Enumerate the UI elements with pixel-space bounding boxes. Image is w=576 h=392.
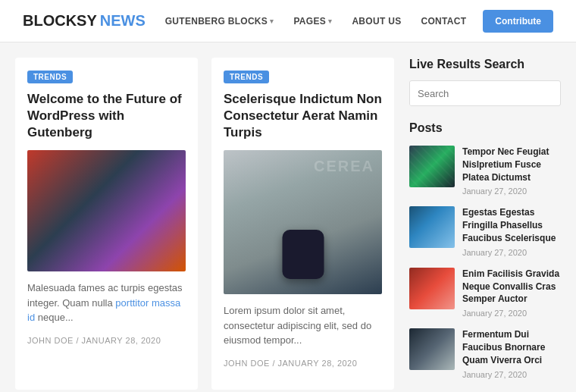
chevron-down-icon: ▾: [270, 17, 274, 25]
card-title-1: Welcome to the Future of WordPress with …: [27, 91, 186, 141]
posts-section: Posts Tempor Nec Feugiat Nislpretium Fus…: [409, 121, 561, 379]
logo-text-black: BLOCKSY: [23, 12, 97, 30]
post-info-2: Egestas Egestas Fringilla Phasellus Fauc…: [462, 206, 561, 256]
post-thumbnail-2: [409, 206, 455, 248]
excerpt-link-1[interactable]: porttitor massa id: [27, 297, 180, 324]
post-title-4: Fermentum Dui Faucibus Bnornare Quam Viv…: [462, 328, 561, 366]
card-excerpt-1: Malesuada fames ac turpis egestas intege…: [27, 281, 186, 325]
contribute-button[interactable]: Contribute: [483, 10, 553, 33]
post-item-3: Enim Facilisis Gravida Neque Convallis C…: [409, 268, 561, 318]
main-content: TRENDS Welcome to the Future of WordPres…: [0, 42, 576, 392]
chevron-down-icon: ▾: [328, 17, 332, 25]
header: BLOCKSY NEWS GUTENBERG BLOCKS ▾ PAGES ▾ …: [0, 0, 576, 42]
main-nav: GUTENBERG BLOCKS ▾ PAGES ▾ ABOUT US CONT…: [158, 10, 553, 33]
card-title-2: Scelerisque Indictum Non Consectetur Aer…: [224, 91, 382, 141]
search-box: 🔍: [409, 80, 561, 106]
card-excerpt-2: Lorem ipsum dolor sit amet, consectetur …: [224, 303, 382, 348]
search-icon: 🔍: [560, 87, 561, 99]
post-item-4: Fermentum Dui Faucibus Bnornare Quam Viv…: [409, 328, 561, 378]
post-date-1: January 27, 2020: [462, 187, 561, 196]
post-title-1: Tempor Nec Feugiat Nislpretium Fusce Pla…: [462, 146, 561, 183]
tag-badge-2: TRENDS: [224, 71, 269, 83]
card-meta-2: JOHN DOE / JANUARY 28, 2020: [224, 359, 382, 368]
post-thumbnail-1: [409, 146, 455, 187]
post-info-1: Tempor Nec Feugiat Nislpretium Fusce Pla…: [462, 146, 561, 196]
post-date-3: January 27, 2020: [462, 309, 561, 318]
nav-contact[interactable]: CONTACT: [413, 11, 474, 31]
post-title-2: Egestas Egestas Fringilla Phasellus Fauc…: [462, 206, 561, 244]
tag-badge-1: TRENDS: [27, 71, 73, 83]
posts-title: Posts: [409, 121, 561, 135]
logo-text-blue: NEWS: [100, 12, 146, 30]
nav-gutenberg-blocks[interactable]: GUTENBERG BLOCKS ▾: [158, 11, 282, 31]
articles-area: TRENDS Welcome to the Future of WordPres…: [15, 58, 394, 390]
article-card-2: TRENDS Scelerisque Indictum Non Consecte…: [211, 58, 394, 390]
nav-pages[interactable]: PAGES ▾: [286, 11, 340, 31]
post-item-2: Egestas Egestas Fringilla Phasellus Fauc…: [409, 206, 561, 256]
search-button[interactable]: 🔍: [553, 81, 561, 105]
search-input[interactable]: [410, 82, 553, 105]
post-date-4: January 27, 2020: [462, 370, 561, 379]
post-info-3: Enim Facilisis Gravida Neque Convallis C…: [462, 268, 561, 318]
card-image-1: [27, 150, 186, 271]
logo[interactable]: BLOCKSY NEWS: [23, 12, 146, 30]
post-title-3: Enim Facilisis Gravida Neque Convallis C…: [462, 268, 561, 306]
card-image-2: [224, 150, 382, 294]
post-item-1: Tempor Nec Feugiat Nislpretium Fusce Pla…: [409, 146, 561, 196]
card-meta-1: JOHN DOE / JANUARY 28, 2020: [27, 336, 186, 345]
post-thumbnail-3: [409, 268, 455, 309]
post-thumbnail-4: [409, 328, 455, 370]
sidebar: Live Results Search 🔍 Posts Tempor Nec F…: [409, 58, 561, 390]
search-section: Live Results Search 🔍: [409, 58, 561, 106]
post-date-2: January 27, 2020: [462, 248, 561, 257]
post-info-4: Fermentum Dui Faucibus Bnornare Quam Viv…: [462, 328, 561, 378]
nav-about-us[interactable]: ABOUT US: [344, 11, 409, 31]
search-section-title: Live Results Search: [409, 58, 561, 71]
article-card-1: TRENDS Welcome to the Future of WordPres…: [15, 58, 198, 390]
